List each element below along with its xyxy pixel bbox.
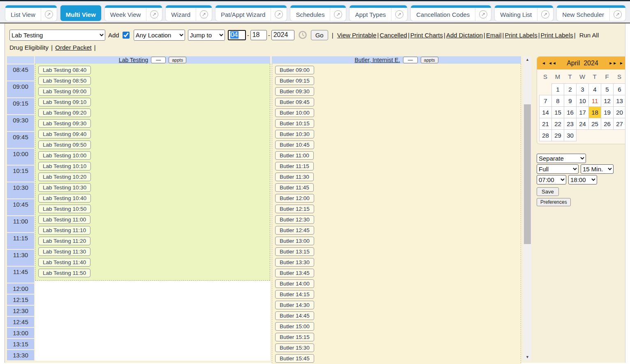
drug-eligibility-label[interactable]: Drug Eligibility bbox=[9, 44, 49, 51]
calendar-day[interactable]: 8 bbox=[551, 95, 564, 107]
calendar-day[interactable]: 17 bbox=[576, 106, 589, 118]
appointment-slot-button[interactable]: Butler 15:15 bbox=[275, 333, 314, 341]
appointment-slot-button[interactable]: Butler 10:45 bbox=[275, 141, 314, 149]
toolbar-link[interactable]: Email bbox=[486, 32, 502, 39]
tab-external-section[interactable]: ↗ bbox=[41, 8, 57, 21]
appointment-slot-button[interactable]: Butler 14:45 bbox=[275, 311, 314, 320]
calendar-day[interactable]: 11 bbox=[588, 95, 601, 107]
appointment-slot-button[interactable]: Butler 14:30 bbox=[275, 301, 314, 309]
open-in-new-icon[interactable]: ↗ bbox=[150, 10, 158, 18]
tab-external-section[interactable]: ↗ bbox=[330, 8, 346, 21]
toolbar-link[interactable]: Cancelled bbox=[380, 32, 407, 39]
save-button[interactable]: Save bbox=[537, 187, 559, 196]
appointment-slot-button[interactable]: Butler 15:30 bbox=[275, 343, 314, 352]
tab-external-section[interactable]: ↗ bbox=[391, 8, 407, 21]
collapse-column-button[interactable]: — bbox=[151, 57, 166, 63]
size-select[interactable]: Full bbox=[537, 164, 579, 174]
appointment-slot-button[interactable]: Lab Testing 09:10 bbox=[38, 98, 91, 106]
appointment-slot-button[interactable]: Lab Testing 09:20 bbox=[38, 108, 91, 117]
appts-button[interactable]: appts bbox=[169, 57, 186, 63]
layout-mode-select[interactable]: Separate bbox=[537, 154, 586, 163]
appointment-slot-button[interactable]: Lab Testing 11:50 bbox=[38, 269, 90, 277]
open-in-new-icon[interactable]: ↗ bbox=[45, 10, 53, 18]
calendar-next-fast-icon[interactable]: ►► bbox=[609, 61, 617, 65]
toolbar-link[interactable]: Add Dictation bbox=[446, 32, 483, 39]
open-in-new-icon[interactable]: ↗ bbox=[541, 10, 549, 18]
appointment-slot-button[interactable]: Butler 09:45 bbox=[275, 98, 314, 106]
appointment-slot-button[interactable]: Lab Testing 11:40 bbox=[38, 258, 90, 267]
provider-name-link[interactable]: Butler, Internist E. bbox=[354, 57, 400, 63]
appointment-slot-button[interactable]: Lab Testing 10:40 bbox=[38, 194, 91, 203]
tab[interactable]: Multi View bbox=[60, 5, 101, 21]
provider-select[interactable]: Lab Testing bbox=[9, 30, 105, 41]
toolbar-link[interactable]: Print Labels bbox=[505, 32, 537, 39]
toolbar-link[interactable]: Print Labels bbox=[541, 32, 573, 39]
go-button[interactable]: Go bbox=[311, 30, 328, 40]
calendar-day[interactable]: 10 bbox=[576, 95, 589, 107]
open-in-new-icon[interactable]: ↗ bbox=[395, 10, 403, 18]
appointment-slot-button[interactable]: Lab Testing 09:00 bbox=[38, 87, 91, 96]
interval-select[interactable]: 15 Min. bbox=[581, 164, 614, 174]
calendar-next-icon[interactable]: ► bbox=[619, 61, 623, 65]
appointment-slot-button[interactable]: Lab Testing 09:30 bbox=[38, 119, 91, 128]
tab-external-section[interactable]: ↗ bbox=[609, 8, 625, 21]
appointment-slot-button[interactable]: Butler 14:00 bbox=[275, 279, 314, 288]
calendar-prev-fast-icon[interactable]: ◄◄ bbox=[548, 61, 556, 65]
calendar-day[interactable]: 12 bbox=[601, 95, 614, 107]
appointment-slot-button[interactable]: Butler 09:15 bbox=[275, 76, 314, 85]
appointment-slot-button[interactable]: Butler 11:45 bbox=[275, 183, 314, 192]
clock-icon[interactable] bbox=[298, 30, 307, 39]
calendar-day[interactable]: 14 bbox=[539, 106, 552, 118]
calendar-day[interactable]: 5 bbox=[601, 83, 614, 95]
calendar-day[interactable]: 16 bbox=[564, 106, 577, 118]
date-year-input[interactable]: 2024 bbox=[271, 30, 294, 40]
appointment-slot-button[interactable]: Lab Testing 11:30 bbox=[38, 247, 90, 256]
provider-name-link[interactable]: Lab Testing bbox=[119, 57, 148, 63]
calendar-day[interactable]: 1 bbox=[551, 83, 564, 95]
appointment-slot-button[interactable]: Butler 12:15 bbox=[275, 205, 314, 213]
order-packet-link[interactable]: Order Packet bbox=[55, 44, 91, 51]
tab[interactable]: Wizard ↗ bbox=[166, 5, 212, 21]
tab-external-section[interactable]: ↗ bbox=[146, 8, 162, 21]
add-checkbox[interactable] bbox=[123, 32, 130, 39]
appointment-slot-button[interactable]: Butler 09:00 bbox=[275, 66, 314, 74]
calendar-day[interactable]: 22 bbox=[551, 118, 564, 130]
appointment-slot-button[interactable]: Butler 10:00 bbox=[275, 108, 314, 117]
calendar-day[interactable]: 19 bbox=[601, 106, 614, 118]
collapse-column-button[interactable]: — bbox=[403, 57, 418, 63]
preferences-button[interactable]: Preferences bbox=[537, 198, 571, 206]
date-month-input[interactable]: 04 bbox=[228, 30, 246, 40]
tab[interactable]: Schedules ↗ bbox=[290, 5, 346, 21]
appointment-slot-button[interactable]: Lab Testing 09:50 bbox=[38, 141, 91, 149]
appointment-slot-button[interactable]: Lab Testing 10:30 bbox=[38, 183, 91, 192]
appointment-slot-button[interactable]: Butler 11:00 bbox=[275, 151, 314, 160]
appointment-slot-button[interactable]: Lab Testing 08:40 bbox=[38, 66, 91, 74]
calendar-day[interactable]: 13 bbox=[613, 95, 625, 107]
tab[interactable]: Cancellation Codes ↗ bbox=[411, 5, 491, 21]
tab[interactable]: Appt Types ↗ bbox=[350, 5, 407, 21]
calendar-day[interactable]: 18 bbox=[588, 106, 601, 118]
tab[interactable]: List View ↗ bbox=[5, 5, 57, 21]
start-time-select[interactable]: 07:00 bbox=[537, 175, 566, 184]
appointment-slot-button[interactable]: Butler 12:30 bbox=[275, 215, 314, 224]
appointment-slot-button[interactable]: Butler 10:15 bbox=[275, 119, 314, 128]
appointment-slot-button[interactable]: Lab Testing 10:10 bbox=[38, 162, 91, 170]
appointment-slot-button[interactable]: Butler 10:30 bbox=[275, 130, 314, 138]
calendar-day[interactable]: 25 bbox=[588, 118, 601, 130]
schedule-scrollbar[interactable]: ▲ ▼ bbox=[523, 56, 531, 361]
tab-external-section[interactable]: ↗ bbox=[475, 8, 491, 21]
calendar-day[interactable]: 28 bbox=[539, 129, 552, 141]
appointment-slot-button[interactable]: Butler 13:45 bbox=[275, 269, 314, 277]
appointment-slot-button[interactable]: Butler 11:15 bbox=[275, 162, 314, 170]
date-day-input[interactable]: 18 bbox=[250, 30, 267, 40]
appointment-slot-button[interactable]: Lab Testing 09:40 bbox=[38, 130, 91, 138]
appointment-slot-button[interactable]: Butler 15:00 bbox=[275, 322, 314, 331]
scroll-up-icon[interactable]: ▲ bbox=[523, 56, 531, 63]
calendar-day[interactable]: 27 bbox=[613, 118, 625, 130]
tab[interactable]: Waiting List ↗ bbox=[495, 5, 553, 21]
open-in-new-icon[interactable]: ↗ bbox=[334, 10, 342, 18]
open-in-new-icon[interactable]: ↗ bbox=[200, 10, 208, 18]
tab[interactable]: Week View ↗ bbox=[105, 5, 162, 21]
appointment-slot-button[interactable]: Lab Testing 10:50 bbox=[38, 205, 91, 213]
calendar-day[interactable]: 24 bbox=[576, 118, 589, 130]
